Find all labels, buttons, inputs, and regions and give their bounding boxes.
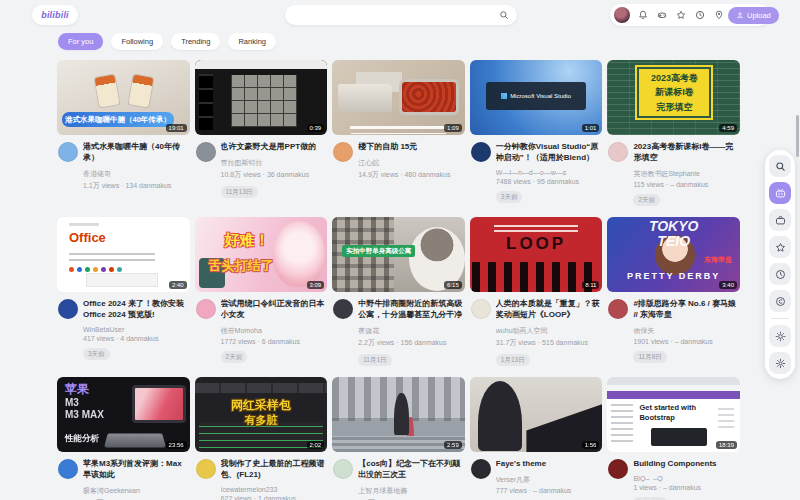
sidebar-tv-icon[interactable] (769, 209, 791, 231)
video-title[interactable]: Faye's theme (496, 459, 602, 470)
controller-icon[interactable] (654, 7, 669, 23)
history-clock-icon[interactable] (692, 7, 707, 23)
uploader-avatar[interactable] (196, 142, 216, 162)
sidebar-star-icon[interactable] (769, 236, 791, 258)
uploader-avatar[interactable] (608, 142, 628, 162)
uploader-avatar[interactable] (333, 142, 353, 162)
video-thumbnail[interactable]: 港式水果咖喱牛腩（40年传承）19:01 (57, 60, 190, 135)
uploader-avatar[interactable] (608, 299, 628, 319)
sidebar-search-icon[interactable] (769, 155, 791, 177)
sidebar-home-icon[interactable] (769, 182, 791, 204)
duration-badge: 19:01 (166, 124, 187, 132)
search-input[interactable] (293, 10, 499, 21)
bell-icon[interactable] (635, 7, 650, 23)
video-title[interactable]: 也许文豪野犬是用PPT做的 (221, 142, 327, 153)
video-title[interactable]: Office 2024 来了！教你安装 Office 2024 预览版! (83, 299, 189, 321)
video-title[interactable]: 尝试用绕口令纠正发音的日本小女友 (221, 299, 327, 321)
video-thumbnail[interactable]: Office2:40 (57, 217, 190, 292)
uploader-name[interactable]: 江心皖 (358, 158, 464, 168)
uploader-name[interactable]: 佑保矢 (633, 326, 739, 336)
video-title[interactable]: #排版思路分享 No.6 / 赛马娘 // 东海帝皇 (633, 299, 739, 321)
video-thumbnail[interactable]: 网红采样包有多脏2:02 (195, 377, 328, 452)
video-card[interactable]: 2:59【cos向】纪念一下在不列颠出没的三次王上智月球基地酱8.2万 view… (332, 377, 465, 500)
tab-trending[interactable]: Trending (171, 33, 220, 50)
uploader-name[interactable]: wuhu动画人空间 (496, 326, 602, 336)
video-thumbnail[interactable]: LOOP8:11 (470, 217, 603, 292)
video-thumbnail[interactable]: 1:56 (470, 377, 603, 452)
uploader-name[interactable]: WinBetaUser (83, 326, 189, 333)
bilibili-logo[interactable]: bilibili (32, 5, 78, 25)
uploader-name[interactable]: Verser凡赛 (496, 475, 602, 485)
sidebar-coin-icon[interactable] (769, 290, 791, 312)
video-card[interactable]: Get started with Bootstrap18:39Building … (607, 377, 740, 500)
video-card[interactable]: 苹果M3 M3 MAX性能分析23:56苹果M3系列首发评测：Max早该如此极客… (57, 377, 190, 500)
search-icon[interactable] (499, 10, 509, 20)
uploader-avatar[interactable] (333, 459, 353, 479)
video-thumbnail[interactable]: 苹果M3 M3 MAX性能分析23:56 (57, 377, 190, 452)
location-pin-icon[interactable] (711, 7, 726, 23)
video-thumbnail[interactable]: 2:59 (332, 377, 465, 452)
uploader-avatar[interactable] (58, 459, 78, 479)
uploader-name[interactable]: 英语教书匠Stephanie (633, 169, 739, 179)
video-card[interactable]: LOOP8:11人类的本质就是「重复」？获奖动画短片《LOOP》wuhu动画人空… (470, 217, 603, 366)
favorites-star-icon[interactable] (673, 7, 688, 23)
video-title[interactable]: 中野牛排商圈附近的新筑高级公寓，十分温馨甚至九分干净 (358, 299, 464, 321)
video-title[interactable]: 【cos向】纪念一下在不列颠出没的三次王 (358, 459, 464, 481)
video-card[interactable]: 1:09楼下的自助 15元江心皖14.9万 views · 480 danmak… (332, 60, 465, 206)
uploader-name[interactable]: 桃笹Momoha (221, 326, 327, 336)
sidebar-history-icon[interactable] (769, 263, 791, 285)
search-bar[interactable] (285, 5, 517, 25)
video-thumbnail[interactable]: Get started with Bootstrap18:39 (607, 377, 740, 452)
video-card[interactable]: 网红采样包有多脏2:02我制作了史上最脏的工程频谱包、(FL21)icewate… (195, 377, 328, 500)
video-card[interactable]: 好难！舌头打结了3:09尝试用绕口令纠正发音的日本小女友桃笹Momoha1772… (195, 217, 328, 366)
video-card[interactable]: 0:39也许文豪野犬是用PPT做的查拉图斯特拉10.8万 views · 36 … (195, 60, 328, 206)
uploader-avatar[interactable] (196, 299, 216, 319)
video-title[interactable]: 人类的本质就是「重复」？获奖动画短片《LOOP》 (496, 299, 602, 321)
video-card[interactable]: 港式水果咖喱牛腩（40年传承）19:01港式水果咖喱牛腩（40年传承）香港佬哥1… (57, 60, 190, 206)
uploader-name[interactable]: 夜微花 (358, 326, 464, 336)
video-title[interactable]: 一分钟教你Visual Studio“原神启动”！（适用於Blend） (496, 142, 602, 164)
video-card[interactable]: Office2:40Office 2024 来了！教你安装 Office 202… (57, 217, 190, 366)
video-thumbnail[interactable]: 好难！舌头打结了3:09 (195, 217, 328, 292)
uploader-name[interactable]: W—i—n—d—o—w—s (496, 169, 602, 176)
video-title[interactable]: 苹果M3系列首发评测：Max早该如此 (83, 459, 189, 481)
video-thumbnail[interactable]: 实拍中野单身高级公寓6:15 (332, 217, 465, 292)
video-thumbnail[interactable]: 2023高考卷 新课标I卷 完形填空4:59 (607, 60, 740, 135)
uploader-name[interactable]: BIQ–_–Q (633, 475, 739, 482)
video-title[interactable]: 2023高考卷新课标I卷——完形填空 (633, 142, 739, 164)
video-title[interactable]: 港式水果咖喱牛腩（40年传承） (83, 142, 189, 164)
tab-for-you[interactable]: For you (58, 33, 103, 50)
sidebar-settings-gear-icon[interactable] (769, 352, 791, 374)
tab-following[interactable]: Following (111, 33, 163, 50)
video-card[interactable]: 实拍中野单身高级公寓6:15中野牛排商圈附近的新筑高级公寓，十分温馨甚至九分干净… (332, 217, 465, 366)
uploader-avatar[interactable] (608, 459, 628, 479)
video-title[interactable]: Building Components (633, 459, 739, 470)
user-avatar[interactable] (614, 7, 630, 23)
video-thumbnail[interactable]: Microsoft Visual Studio1:01 (470, 60, 603, 135)
video-card[interactable]: 1:56Faye's themeVerser凡赛777 views · – da… (470, 377, 603, 500)
uploader-avatar[interactable] (333, 299, 353, 319)
video-thumbnail[interactable]: TOKYO TEIOPRETTY DERBY东海帝皇3:40 (607, 217, 740, 292)
uploader-avatar[interactable] (471, 142, 491, 162)
uploader-name[interactable]: icewatermelon233 (221, 486, 327, 493)
video-card[interactable]: TOKYO TEIOPRETTY DERBY东海帝皇3:40#排版思路分享 No… (607, 217, 740, 366)
video-card[interactable]: 2023高考卷 新课标I卷 完形填空4:592023高考卷新课标I卷——完形填空… (607, 60, 740, 206)
video-thumbnail[interactable]: 1:09 (332, 60, 465, 135)
tab-ranking[interactable]: Ranking (228, 33, 276, 50)
video-title[interactable]: 我制作了史上最脏的工程频谱包、(FL21) (221, 459, 327, 481)
uploader-name[interactable]: 香港佬哥 (83, 169, 189, 179)
uploader-name[interactable]: 极客湾Geekerwan (83, 486, 189, 496)
video-card[interactable]: Microsoft Visual Studio1:01一分钟教你Visual S… (470, 60, 603, 206)
uploader-avatar[interactable] (196, 459, 216, 479)
uploader-avatar[interactable] (471, 459, 491, 479)
video-title[interactable]: 楼下的自助 15元 (358, 142, 464, 153)
uploader-name[interactable]: 上智月球基地酱 (358, 486, 464, 496)
uploader-name[interactable]: 查拉图斯特拉 (221, 158, 327, 168)
video-thumbnail[interactable]: 0:39 (195, 60, 328, 135)
upload-button[interactable]: Upload (728, 7, 779, 24)
sidebar-theme-sun-icon[interactable] (769, 325, 791, 347)
uploader-avatar[interactable] (471, 299, 491, 319)
uploader-avatar[interactable] (58, 299, 78, 319)
scrollbar[interactable] (796, 115, 799, 157)
uploader-avatar[interactable] (58, 142, 78, 162)
